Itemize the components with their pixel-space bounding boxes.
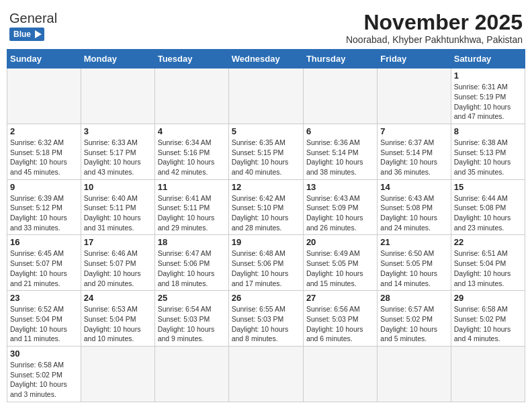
week-row-2: 9Sunrise: 6:39 AM Sunset: 5:12 PM Daylig… bbox=[7, 179, 525, 235]
day-cell: 22Sunrise: 6:51 AM Sunset: 5:04 PM Dayli… bbox=[451, 235, 525, 291]
weekday-sunday: Sunday bbox=[7, 50, 81, 68]
day-number: 30 bbox=[10, 349, 78, 359]
day-number: 13 bbox=[306, 182, 374, 192]
day-cell: 11Sunrise: 6:41 AM Sunset: 5:11 PM Dayli… bbox=[154, 179, 228, 235]
day-number: 12 bbox=[232, 182, 300, 192]
day-info: Sunrise: 6:44 AM Sunset: 5:08 PM Dayligh… bbox=[454, 193, 522, 233]
day-info: Sunrise: 6:52 AM Sunset: 5:04 PM Dayligh… bbox=[10, 304, 78, 344]
day-number: 15 bbox=[454, 182, 522, 192]
day-cell: 9Sunrise: 6:39 AM Sunset: 5:12 PM Daylig… bbox=[7, 179, 81, 235]
month-title: November 2025 bbox=[346, 11, 523, 34]
day-cell bbox=[228, 346, 303, 402]
day-cell: 25Sunrise: 6:54 AM Sunset: 5:03 PM Dayli… bbox=[154, 291, 228, 347]
day-info: Sunrise: 6:50 AM Sunset: 5:05 PM Dayligh… bbox=[380, 248, 447, 288]
day-info: Sunrise: 6:56 AM Sunset: 5:03 PM Dayligh… bbox=[306, 304, 374, 344]
day-cell: 15Sunrise: 6:44 AM Sunset: 5:08 PM Dayli… bbox=[451, 179, 525, 235]
calendar-body: 1Sunrise: 6:31 AM Sunset: 5:19 PM Daylig… bbox=[7, 68, 525, 402]
day-cell: 1Sunrise: 6:31 AM Sunset: 5:19 PM Daylig… bbox=[451, 68, 525, 124]
week-row-3: 16Sunrise: 6:45 AM Sunset: 5:07 PM Dayli… bbox=[7, 235, 525, 291]
day-cell: 10Sunrise: 6:40 AM Sunset: 5:11 PM Dayli… bbox=[81, 179, 154, 235]
day-cell bbox=[451, 346, 525, 402]
day-info: Sunrise: 6:39 AM Sunset: 5:12 PM Dayligh… bbox=[10, 193, 78, 233]
day-cell: 4Sunrise: 6:34 AM Sunset: 5:16 PM Daylig… bbox=[154, 124, 228, 179]
day-cell bbox=[378, 68, 451, 124]
day-cell: 23Sunrise: 6:52 AM Sunset: 5:04 PM Dayli… bbox=[7, 291, 81, 347]
weekday-friday: Friday bbox=[378, 50, 451, 68]
day-cell: 8Sunrise: 6:38 AM Sunset: 5:13 PM Daylig… bbox=[451, 124, 525, 179]
day-cell: 13Sunrise: 6:43 AM Sunset: 5:09 PM Dayli… bbox=[303, 179, 377, 235]
day-info: Sunrise: 6:48 AM Sunset: 5:06 PM Dayligh… bbox=[232, 248, 300, 288]
day-number: 6 bbox=[306, 126, 374, 136]
day-info: Sunrise: 6:38 AM Sunset: 5:13 PM Dayligh… bbox=[454, 138, 522, 177]
day-info: Sunrise: 6:36 AM Sunset: 5:14 PM Dayligh… bbox=[306, 138, 374, 177]
day-info: Sunrise: 6:35 AM Sunset: 5:15 PM Dayligh… bbox=[232, 138, 300, 177]
day-number: 11 bbox=[158, 182, 226, 192]
day-cell bbox=[81, 346, 154, 402]
day-info: Sunrise: 6:32 AM Sunset: 5:18 PM Dayligh… bbox=[10, 138, 78, 177]
day-info: Sunrise: 6:33 AM Sunset: 5:17 PM Dayligh… bbox=[84, 138, 152, 177]
day-cell bbox=[154, 68, 228, 124]
day-cell: 12Sunrise: 6:42 AM Sunset: 5:10 PM Dayli… bbox=[228, 179, 303, 235]
day-number: 17 bbox=[84, 237, 152, 247]
day-cell: 21Sunrise: 6:50 AM Sunset: 5:05 PM Dayli… bbox=[378, 235, 451, 291]
week-row-1: 2Sunrise: 6:32 AM Sunset: 5:18 PM Daylig… bbox=[7, 124, 525, 179]
day-cell: 27Sunrise: 6:56 AM Sunset: 5:03 PM Dayli… bbox=[303, 291, 377, 347]
day-info: Sunrise: 6:58 AM Sunset: 5:02 PM Dayligh… bbox=[454, 304, 522, 344]
day-info: Sunrise: 6:47 AM Sunset: 5:06 PM Dayligh… bbox=[158, 248, 226, 288]
day-number: 29 bbox=[454, 293, 522, 303]
day-info: Sunrise: 6:31 AM Sunset: 5:19 PM Dayligh… bbox=[454, 82, 522, 122]
day-number: 25 bbox=[158, 293, 226, 303]
day-number: 1 bbox=[454, 71, 522, 81]
day-info: Sunrise: 6:42 AM Sunset: 5:10 PM Dayligh… bbox=[232, 193, 300, 233]
day-cell bbox=[154, 346, 228, 402]
day-info: Sunrise: 6:53 AM Sunset: 5:04 PM Dayligh… bbox=[84, 304, 152, 344]
svg-text:Blue: Blue bbox=[13, 30, 31, 39]
day-cell bbox=[7, 68, 81, 124]
location-title: Noorabad, Khyber Pakhtunkhwa, Pakistan bbox=[346, 34, 523, 45]
day-number: 14 bbox=[380, 182, 447, 192]
day-cell: 5Sunrise: 6:35 AM Sunset: 5:15 PM Daylig… bbox=[228, 124, 303, 179]
week-row-4: 23Sunrise: 6:52 AM Sunset: 5:04 PM Dayli… bbox=[7, 291, 525, 347]
logo-blue-svg: Blue bbox=[9, 28, 44, 41]
weekday-wednesday: Wednesday bbox=[228, 50, 303, 68]
day-number: 4 bbox=[158, 126, 226, 136]
logo: General Blue bbox=[9, 11, 57, 41]
weekday-monday: Monday bbox=[81, 50, 154, 68]
day-number: 27 bbox=[306, 293, 374, 303]
day-number: 20 bbox=[306, 237, 374, 247]
day-info: Sunrise: 6:51 AM Sunset: 5:04 PM Dayligh… bbox=[454, 248, 522, 288]
day-info: Sunrise: 6:46 AM Sunset: 5:07 PM Dayligh… bbox=[84, 248, 152, 288]
day-number: 10 bbox=[84, 182, 152, 192]
day-cell: 14Sunrise: 6:43 AM Sunset: 5:08 PM Dayli… bbox=[378, 179, 451, 235]
day-cell: 24Sunrise: 6:53 AM Sunset: 5:04 PM Dayli… bbox=[81, 291, 154, 347]
day-info: Sunrise: 6:43 AM Sunset: 5:08 PM Dayligh… bbox=[380, 193, 447, 233]
day-info: Sunrise: 6:45 AM Sunset: 5:07 PM Dayligh… bbox=[10, 248, 78, 288]
week-row-5: 30Sunrise: 6:58 AM Sunset: 5:02 PM Dayli… bbox=[7, 346, 525, 402]
weekday-header-row: SundayMondayTuesdayWednesdayThursdayFrid… bbox=[7, 50, 525, 68]
day-cell bbox=[81, 68, 154, 124]
day-cell: 18Sunrise: 6:47 AM Sunset: 5:06 PM Dayli… bbox=[154, 235, 228, 291]
day-cell: 2Sunrise: 6:32 AM Sunset: 5:18 PM Daylig… bbox=[7, 124, 81, 179]
day-cell: 19Sunrise: 6:48 AM Sunset: 5:06 PM Dayli… bbox=[228, 235, 303, 291]
day-cell: 3Sunrise: 6:33 AM Sunset: 5:17 PM Daylig… bbox=[81, 124, 154, 179]
header: General Blue November 2025 Noorabad, Khy… bbox=[7, 7, 525, 45]
day-number: 8 bbox=[454, 126, 522, 136]
day-info: Sunrise: 6:58 AM Sunset: 5:02 PM Dayligh… bbox=[10, 360, 78, 400]
day-info: Sunrise: 6:43 AM Sunset: 5:09 PM Dayligh… bbox=[306, 193, 374, 233]
day-number: 16 bbox=[10, 237, 78, 247]
day-info: Sunrise: 6:34 AM Sunset: 5:16 PM Dayligh… bbox=[158, 138, 226, 177]
day-info: Sunrise: 6:55 AM Sunset: 5:03 PM Dayligh… bbox=[232, 304, 300, 344]
day-cell: 17Sunrise: 6:46 AM Sunset: 5:07 PM Dayli… bbox=[81, 235, 154, 291]
day-cell: 29Sunrise: 6:58 AM Sunset: 5:02 PM Dayli… bbox=[451, 291, 525, 347]
day-cell bbox=[228, 68, 303, 124]
day-number: 7 bbox=[380, 126, 447, 136]
day-number: 3 bbox=[84, 126, 152, 136]
day-cell bbox=[303, 346, 377, 402]
logo-general-text: General bbox=[9, 11, 57, 26]
day-cell: 7Sunrise: 6:37 AM Sunset: 5:14 PM Daylig… bbox=[378, 124, 451, 179]
day-cell bbox=[378, 346, 451, 402]
day-number: 24 bbox=[84, 293, 152, 303]
day-cell: 30Sunrise: 6:58 AM Sunset: 5:02 PM Dayli… bbox=[7, 346, 81, 402]
day-cell bbox=[303, 68, 377, 124]
day-info: Sunrise: 6:41 AM Sunset: 5:11 PM Dayligh… bbox=[158, 193, 226, 233]
